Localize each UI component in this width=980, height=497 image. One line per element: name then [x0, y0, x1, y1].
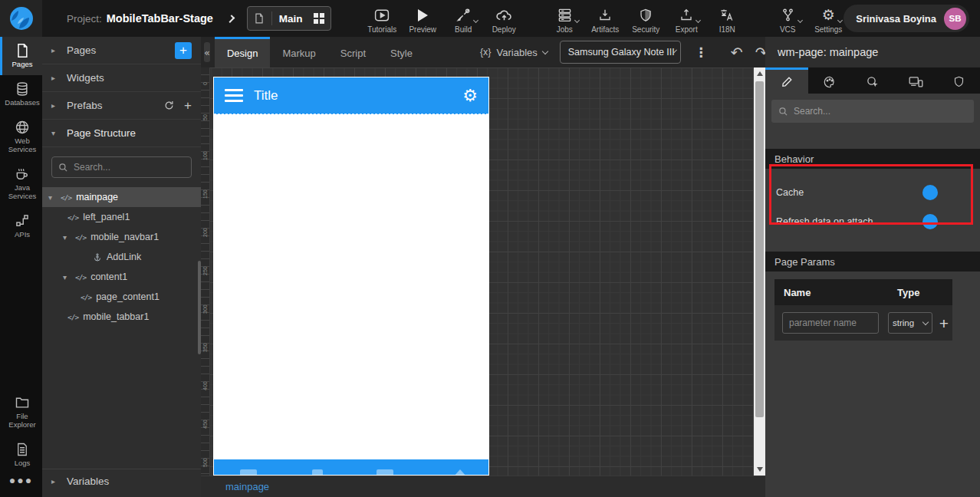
variables-menu[interactable]: {x} Variables [480, 47, 548, 58]
mobile-tabbar[interactable] [214, 459, 488, 475]
search-input[interactable] [74, 162, 185, 173]
coffee-cup-icon [15, 166, 30, 182]
magnifier-cursor-icon [866, 75, 880, 89]
caret-down-icon: ▾ [51, 129, 59, 137]
tab-devices[interactable] [894, 67, 937, 94]
tab-properties[interactable] [765, 67, 808, 94]
tree-item-left-panel1[interactable]: </> left_panel1 [42, 207, 201, 227]
caret-down-icon[interactable]: ▾ [63, 273, 71, 281]
jobs-button[interactable]: Jobs [549, 4, 580, 34]
tabbar-arrow-icon [453, 469, 467, 475]
security-button[interactable]: Security [630, 4, 661, 34]
mobile-navbar[interactable]: Title ⚙ [214, 77, 488, 114]
add-param-button[interactable]: + [936, 315, 952, 331]
design-canvas[interactable]: 0 50 100 150 200 250 300 350 400 450 500… [201, 67, 765, 476]
section-pages[interactable]: ▸ Pages + [42, 37, 201, 64]
vertical-ruler: 0 50 100 150 200 250 300 350 400 450 500 [201, 67, 210, 476]
search-input[interactable] [794, 106, 967, 117]
tab-script[interactable]: Script [328, 37, 378, 67]
device-select[interactable]: Samsung Galaxy Note III [560, 41, 681, 64]
more-options-icon[interactable]: ⋮ [695, 44, 708, 60]
cache-toggle[interactable] [909, 186, 936, 199]
export-button[interactable]: Export [671, 4, 702, 34]
tree-item-mobile-navbar1[interactable]: ▾ </> mobile_navbar1 [42, 227, 201, 247]
sidebar-more-button[interactable]: ●●● [0, 474, 42, 486]
refresh-data-on-attach-toggle[interactable] [909, 216, 936, 228]
scrollbar-thumb[interactable] [755, 81, 764, 417]
page-structure-search[interactable] [51, 156, 192, 178]
sidebar-item-java-services[interactable]: Java Services [0, 160, 42, 207]
undo-icon[interactable]: ↶ [731, 45, 743, 60]
behavior-section-header[interactable]: Behavior [765, 149, 980, 169]
tree-item-page-content1[interactable]: </> page_content1 [42, 287, 201, 307]
deploy-button[interactable]: Deploy [488, 4, 519, 34]
tree-item-addlink[interactable]: AddLink [42, 247, 201, 267]
page-selector[interactable]: Main [247, 6, 332, 31]
sidebar-item-file-explorer[interactable]: File Explorer [0, 389, 42, 436]
artifacts-button[interactable]: Artifacts [590, 4, 620, 34]
variables-x-icon: {x} [480, 47, 492, 58]
sidebar-item-databases[interactable]: Databases [0, 75, 42, 114]
tab-markup[interactable]: Markup [270, 37, 327, 67]
navbar-title: Title [254, 88, 278, 104]
page-params-section-header[interactable]: Page Params [765, 252, 980, 272]
grid-view-icon[interactable] [314, 13, 324, 24]
tree-item-content1[interactable]: ▾ </> content1 [42, 267, 201, 287]
widget-markup-icon: </> [75, 273, 86, 281]
hamburger-menu-icon[interactable] [225, 89, 243, 102]
sidebar-item-logs[interactable]: Logs [0, 436, 42, 474]
topbar-actions: Tutorials Preview Build Deploy Jobs Arti… [367, 4, 844, 34]
page-params-header-row: Name Type [774, 279, 952, 305]
sidebar-item-pages[interactable]: Pages [0, 37, 42, 75]
wavemaker-logo-icon [8, 5, 35, 31]
pencil-icon [781, 75, 794, 88]
widget-markup-icon: </> [67, 213, 78, 222]
vcs-button[interactable]: VCS [772, 4, 803, 34]
caret-down-icon[interactable]: ▾ [48, 193, 56, 202]
scroll-down-arrow[interactable] [757, 467, 763, 472]
device-preview[interactable]: Title ⚙ [213, 77, 489, 476]
canvas-scrollbar[interactable] [754, 67, 765, 476]
refresh-icon[interactable] [163, 100, 175, 111]
properties-search[interactable] [771, 100, 974, 123]
collapse-left-panel-button[interactable]: « [204, 42, 210, 62]
properties-panel: wm-page: mainpage Behavior [765, 37, 980, 497]
caret-down-icon[interactable]: ▾ [63, 233, 71, 242]
user-menu[interactable]: Srinivasa Boyina SB [844, 5, 969, 32]
open-page-tab[interactable]: mainpage [225, 481, 269, 492]
tab-events[interactable] [851, 67, 894, 94]
scroll-up-arrow[interactable] [757, 71, 763, 76]
navbar-settings-gear-icon[interactable]: ⚙ [462, 86, 478, 105]
tutorials-button[interactable]: Tutorials [367, 4, 397, 34]
app-logo[interactable] [0, 0, 42, 37]
settings-button[interactable]: ⚙ Settings [813, 4, 844, 34]
add-prefab-icon[interactable]: + [184, 98, 192, 114]
page-selector-value: Main [279, 13, 303, 25]
sidebar-item-apis[interactable]: APIs [0, 207, 42, 245]
param-name-input[interactable] [782, 312, 879, 334]
page-content-area[interactable] [214, 114, 488, 459]
section-prefabs[interactable]: ▸ Prefabs + [42, 92, 201, 120]
i18n-button[interactable]: I18N [712, 4, 742, 34]
tab-styles[interactable] [808, 67, 851, 94]
preview-button[interactable]: Preview [407, 4, 438, 34]
param-type-select[interactable]: string [888, 312, 932, 334]
tab-design[interactable]: Design [215, 37, 270, 67]
anchor-icon [93, 252, 102, 262]
chevron-down-icon [473, 17, 478, 22]
add-page-button[interactable]: + [175, 42, 192, 59]
build-button[interactable]: Build [448, 4, 478, 34]
section-variables[interactable]: ▸ Variables [42, 469, 201, 492]
tree-item-mobile-tabbar1[interactable]: </> mobile_tabbar1 [42, 307, 201, 327]
section-page-structure[interactable]: ▾ Page Structure [42, 120, 201, 147]
chevron-down-icon [542, 48, 548, 54]
section-widgets[interactable]: ▸ Widgets [42, 64, 201, 92]
tab-style[interactable]: Style [378, 37, 425, 67]
sidebar-item-web-services[interactable]: Web Services [0, 114, 42, 160]
tree-item-mainpage[interactable]: ▾ </> mainpage [42, 187, 201, 207]
column-name: Name [774, 287, 888, 298]
canvas-column: « Design Markup Script Style {x} Variabl… [201, 37, 765, 497]
chevron-right-icon[interactable] [227, 15, 235, 22]
logs-document-icon [15, 442, 29, 457]
tab-security[interactable] [937, 67, 980, 94]
